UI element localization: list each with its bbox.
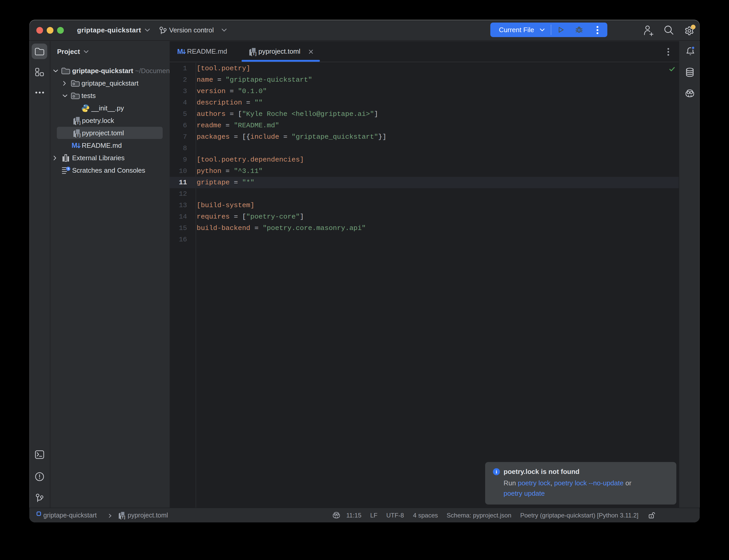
svg-text:[T]: [T] <box>75 133 81 138</box>
svg-text:[T]: [T] <box>75 120 81 125</box>
svg-text:[T]: [T] <box>251 51 256 56</box>
svg-text:[T]: [T] <box>120 515 125 519</box>
